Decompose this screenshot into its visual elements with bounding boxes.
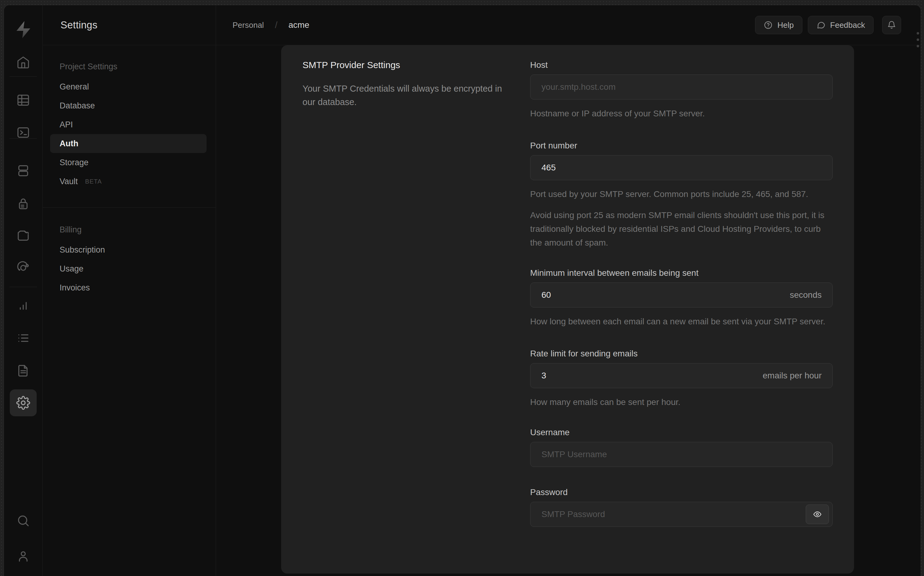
rate-input[interactable] (530, 363, 833, 388)
docs-icon[interactable] (10, 357, 37, 384)
sidebar-item-api[interactable]: API (50, 115, 207, 134)
rail-divider (10, 287, 37, 287)
logs-icon[interactable] (10, 325, 37, 352)
top-bar: Personal / acme Help Feedback (216, 5, 921, 45)
password-input[interactable] (530, 502, 833, 527)
breadcrumb: Personal / acme (232, 20, 309, 30)
breadcrumb-org[interactable]: Personal (232, 21, 264, 30)
reveal-password-button[interactable] (806, 504, 829, 524)
content-area: SMTP Provider Settings Your SMTP Credent… (216, 45, 921, 576)
beta-badge: BETA (85, 178, 102, 185)
sidebar-item-database[interactable]: Database (50, 96, 207, 115)
settings-sidebar: Settings Project Settings General Databa… (43, 5, 216, 576)
search-icon[interactable] (10, 507, 37, 534)
host-input[interactable] (530, 75, 833, 99)
smtp-settings-panel: SMTP Provider Settings Your SMTP Credent… (281, 45, 854, 574)
host-label: Host (530, 60, 833, 70)
interval-label: Minimum interval between emails being se… (530, 268, 833, 278)
auth-lock-icon[interactable] (10, 190, 37, 217)
home-icon[interactable] (10, 49, 37, 76)
storage-icon[interactable] (10, 222, 37, 249)
section-label-billing: Billing (50, 225, 207, 235)
eye-icon (813, 510, 822, 519)
settings-gear-icon[interactable] (10, 389, 37, 416)
rate-helper: How many emails can be sent per hour. (530, 395, 833, 409)
sidebar-item-storage[interactable]: Storage (50, 153, 207, 172)
breadcrumb-project[interactable]: acme (288, 20, 309, 30)
table-editor-icon[interactable] (10, 87, 37, 114)
interval-input[interactable] (530, 283, 833, 307)
username-input[interactable] (530, 442, 833, 467)
help-button-label: Help (777, 21, 794, 30)
sidebar-item-invoices[interactable]: Invoices (50, 278, 207, 297)
bell-icon (887, 21, 896, 30)
panel-description: Your SMTP Credentials will always be enc… (303, 82, 516, 109)
app-window: Settings Project Settings General Databa… (4, 5, 921, 576)
notifications-button[interactable] (882, 16, 901, 34)
sidebar-item-vault[interactable]: Vault BETA (50, 172, 207, 191)
feedback-bubble-icon (817, 21, 826, 30)
sidebar-item-general[interactable]: General (50, 77, 207, 96)
port-helper: Port used by your SMTP server. Common po… (530, 187, 833, 201)
port-input[interactable] (530, 155, 833, 180)
reports-icon[interactable] (10, 292, 37, 319)
account-user-icon[interactable] (10, 543, 37, 570)
rail-divider (10, 76, 37, 77)
supabase-logo-icon[interactable] (13, 20, 33, 39)
sidebar-item-usage[interactable]: Usage (50, 259, 207, 278)
sidebar-item-auth[interactable]: Auth (50, 134, 207, 153)
username-label: Username (530, 427, 833, 438)
interval-helper: How long between each email can a new em… (530, 315, 833, 328)
help-circle-icon (764, 21, 773, 30)
feedback-button[interactable]: Feedback (808, 16, 874, 34)
scrollbar[interactable] (917, 32, 919, 47)
port-label: Port number (530, 141, 833, 151)
help-button[interactable]: Help (755, 16, 802, 34)
settings-sidebar-header: Settings (43, 5, 216, 45)
port-helper-2: Avoid using port 25 as modern SMTP email… (530, 208, 833, 250)
sidebar-item-label: Vault (59, 177, 78, 186)
section-label-project-settings: Project Settings (50, 62, 207, 72)
sql-editor-icon[interactable] (10, 119, 37, 146)
rate-label: Rate limit for sending emails (530, 349, 833, 359)
rail-divider (10, 138, 37, 139)
host-helper: Hostname or IP address of your SMTP serv… (530, 107, 833, 120)
realtime-icon[interactable] (10, 254, 37, 281)
panel-heading: SMTP Provider Settings (303, 60, 530, 70)
feedback-button-label: Feedback (830, 21, 865, 30)
password-label: Password (530, 487, 833, 498)
icon-rail (4, 5, 43, 576)
sidebar-item-subscription[interactable]: Subscription (50, 240, 207, 259)
smtp-form: Host Hostname or IP address of your SMTP… (530, 60, 833, 574)
breadcrumb-separator: / (275, 20, 277, 30)
database-icon[interactable] (10, 157, 37, 184)
page-title: Settings (61, 19, 98, 31)
sidebar-divider (43, 207, 216, 208)
